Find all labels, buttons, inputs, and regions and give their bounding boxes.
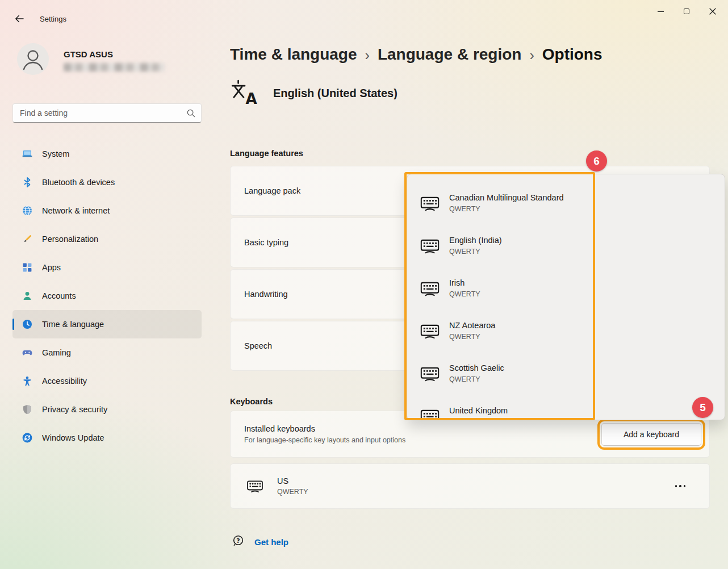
card-title: Basic typing — [244, 238, 288, 247]
keyboard-icon — [420, 281, 440, 296]
sidebar: GTSD ASUS System — [0, 32, 211, 569]
section-language-features: Language features — [230, 149, 710, 160]
flyout-item-layout: QWERTY — [449, 205, 564, 213]
clock-language-icon — [22, 319, 33, 330]
person-icon — [22, 290, 33, 302]
flyout-item-canadian-multilingual-standard[interactable]: Canadian Multilingual Standard QWERTY — [407, 182, 596, 224]
flyout-item-layout: QWERTY — [449, 290, 480, 298]
sidebar-item-label: Gaming — [42, 348, 71, 357]
card-title: Handwriting — [244, 290, 288, 299]
flyout-item-english-india[interactable]: English (India) QWERTY — [407, 224, 596, 267]
keyboard-options-list: Canadian Multilingual Standard QWERTY En… — [407, 174, 596, 420]
sidebar-item-system[interactable]: System — [12, 140, 202, 168]
help-bubble-icon: ? — [232, 534, 244, 549]
sidebar-item-label: Privacy & security — [42, 405, 107, 414]
keyboard-icon — [420, 238, 440, 254]
search-icon — [186, 108, 195, 118]
flyout-item-name: English (India) — [449, 236, 502, 245]
flyout-item-layout: QWERTY — [449, 248, 502, 256]
sidebar-item-windows-update[interactable]: Windows Update — [12, 424, 202, 452]
shield-icon — [22, 404, 33, 415]
sidebar-item-accounts[interactable]: Accounts — [12, 282, 202, 310]
flyout-item-layout: QWERTY — [449, 418, 508, 420]
flyout-item-nz-aotearoa[interactable]: NZ Aotearoa QWERTY — [407, 309, 596, 352]
page-title: English (United States) — [273, 87, 398, 100]
sidebar-item-accessibility[interactable]: Accessibility — [12, 367, 202, 395]
sidebar-nav: System Bluetooth & devices Network & int… — [12, 140, 202, 452]
maximize-button[interactable] — [673, 2, 700, 20]
sidebar-item-label: Accessibility — [42, 376, 87, 386]
sidebar-item-label: Time & language — [42, 320, 104, 329]
flyout-item-united-kingdom[interactable]: United Kingdom QWERTY — [407, 395, 596, 420]
back-button[interactable] — [11, 11, 27, 26]
sidebar-item-label: Apps — [42, 263, 61, 272]
apps-grid-icon — [22, 262, 33, 273]
keyboard-icon — [420, 195, 440, 211]
sidebar-item-network-internet[interactable]: Network & internet — [12, 196, 202, 225]
avatar — [17, 43, 49, 77]
system-icon — [22, 148, 33, 160]
sidebar-item-apps[interactable]: Apps — [12, 253, 202, 282]
breadcrumb-separator-icon: › — [529, 46, 534, 64]
close-button[interactable] — [700, 2, 726, 20]
language-characters-icon: A — [230, 79, 258, 107]
sidebar-item-personalization[interactable]: Personalization — [12, 225, 202, 253]
get-help-row: ? Get help — [230, 535, 710, 549]
card-title: Speech — [244, 341, 272, 350]
keyboard-icon — [245, 479, 265, 493]
bluetooth-icon — [22, 177, 33, 188]
sidebar-item-gaming[interactable]: Gaming — [12, 338, 202, 367]
sidebar-item-label: Network & internet — [42, 206, 110, 215]
window-title: Settings — [40, 15, 66, 23]
maximize-icon — [684, 9, 689, 14]
installed-keyboards-subtitle: For language-specific key layouts and in… — [244, 436, 405, 444]
breadcrumb-time-language[interactable]: Time & language — [230, 45, 357, 64]
sidebar-item-privacy-security[interactable]: Privacy & security — [12, 395, 202, 424]
card-title: Language pack — [244, 186, 300, 195]
search-box — [12, 103, 202, 123]
keyboard-name: US — [277, 476, 308, 486]
update-refresh-icon — [22, 432, 33, 444]
selection-indicator — [12, 319, 14, 330]
user-profile: GTSD ASUS — [17, 43, 165, 77]
sidebar-item-label: Accounts — [42, 291, 76, 300]
sidebar-item-bluetooth-devices[interactable]: Bluetooth & devices — [12, 168, 202, 196]
keyboard-icon — [420, 323, 440, 339]
user-email-redacted — [64, 63, 165, 72]
add-keyboard-button[interactable]: Add a keyboard — [601, 423, 701, 446]
close-icon — [709, 8, 716, 15]
keyboard-layout: QWERTY — [277, 488, 308, 496]
breadcrumb-language-region[interactable]: Language & region — [378, 45, 522, 64]
flyout-item-layout: QWERTY — [449, 375, 504, 383]
sidebar-item-label: System — [42, 149, 69, 158]
flyout-item-name: Irish — [449, 278, 480, 287]
minimize-button[interactable] — [647, 2, 673, 20]
accessibility-icon — [22, 375, 33, 387]
installed-keyboards-title: Installed keyboards — [244, 424, 405, 433]
globe-icon — [22, 205, 33, 216]
paintbrush-icon — [22, 233, 33, 245]
svg-text:?: ? — [236, 537, 240, 545]
keyboard-icon — [420, 408, 440, 421]
more-options-icon[interactable] — [672, 482, 689, 491]
sidebar-item-label: Personalization — [42, 235, 98, 244]
game-controller-icon — [22, 347, 33, 358]
sidebar-item-label: Bluetooth & devices — [42, 178, 115, 187]
sidebar-item-time-language[interactable]: Time & language — [12, 310, 202, 338]
breadcrumb-options: Options — [542, 45, 603, 64]
flyout-item-scottish-gaelic[interactable]: Scottish Gaelic QWERTY — [407, 352, 596, 395]
back-arrow-icon — [15, 15, 24, 23]
flyout-item-irish[interactable]: Irish QWERTY — [407, 267, 596, 309]
keyboard-icon — [420, 366, 440, 382]
breadcrumb: Time & language › Language & region › Op… — [230, 42, 710, 67]
flyout-item-layout: QWERTY — [449, 333, 495, 341]
card-keyboard-us: US QWERTY — [230, 463, 710, 509]
svg-text:A: A — [245, 90, 257, 105]
breadcrumb-separator-icon: › — [365, 46, 370, 64]
language-header: A English (United States) — [230, 80, 710, 107]
get-help-link[interactable]: Get help — [254, 537, 288, 547]
flyout-item-name: Canadian Multilingual Standard — [449, 193, 564, 202]
search-input[interactable] — [13, 108, 186, 118]
flyout-item-name: NZ Aotearoa — [449, 321, 495, 330]
sidebar-item-label: Windows Update — [42, 433, 104, 442]
